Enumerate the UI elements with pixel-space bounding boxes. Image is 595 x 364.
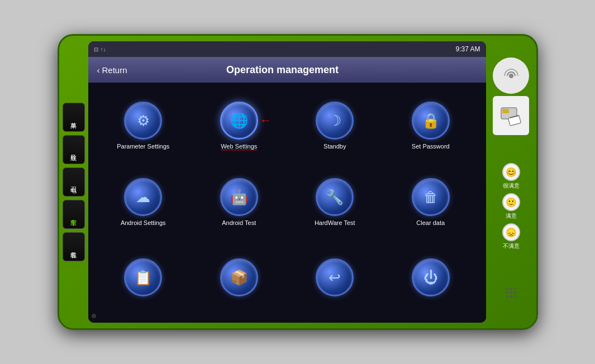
grid-item-android-test[interactable]: 🤖 Android Test	[193, 166, 285, 239]
set-password-label: Set Password	[412, 143, 450, 150]
satisfied-button[interactable]: 🙂 满意	[502, 193, 520, 220]
sim-icon: ⊡	[94, 46, 98, 52]
status-time: 9:37 AM	[455, 45, 480, 53]
empty-button[interactable]: 空车	[63, 200, 85, 229]
nav-button[interactable]: 导航	[63, 135, 85, 164]
card-reader	[493, 96, 529, 135]
web-settings-icon: 🌐 ←	[220, 102, 258, 140]
grid-item-clear-data[interactable]: 🗑 Clear data	[384, 166, 477, 239]
arrow-indicator: ←	[260, 113, 272, 128]
passenger-button[interactable]: 载客	[63, 232, 85, 261]
clear-data-label: Clear data	[416, 219, 445, 227]
unsatisfied-button[interactable]: 😞 不满意	[502, 223, 520, 250]
android-test-label: Android Test	[222, 219, 256, 227]
item9-icon: 📋	[124, 258, 162, 296]
item10-icon: 📦	[220, 258, 258, 296]
grid-item-hardware-test[interactable]: 🔧 HardWare Test	[289, 166, 382, 239]
grid-item-android-settings[interactable]: ☁ Android Settings	[97, 166, 190, 239]
return-label: Return	[102, 65, 127, 75]
page-title: Operation management	[139, 64, 427, 76]
very-satisfied-label: 很满意	[503, 182, 520, 190]
satisfied-face: 🙂	[502, 193, 520, 211]
svg-point-0	[509, 74, 513, 78]
grid-item-item9[interactable]: 📋	[97, 243, 190, 316]
device-body: 菜单 导航 电召 空车 载客 ⊡ ↑↓ 9:37 AM ‹ Return Ope	[58, 34, 538, 330]
grid-content: ⚙ Parameter Settings 🌐 ← Web Settings ☽ …	[88, 83, 486, 323]
parameter-settings-label: Parameter Settings	[117, 143, 169, 150]
screen: ⊡ ↑↓ 9:37 AM ‹ Return Operation manageme…	[88, 41, 486, 323]
status-bar: ⊡ ↑↓ 9:37 AM	[88, 41, 486, 57]
card-reader-icon	[499, 103, 523, 128]
web-settings-label: Web Settings	[221, 143, 257, 150]
call-button[interactable]: 电召	[63, 167, 85, 197]
android-test-icon: 🤖	[220, 178, 258, 216]
set-password-icon: 🔒	[412, 102, 450, 140]
left-panel: 菜单 导航 电召 空车 载客	[59, 36, 88, 328]
menu-button[interactable]: 菜单	[63, 103, 85, 132]
grid-item-item11[interactable]: ↩	[289, 243, 382, 316]
unsatisfied-face: 😞	[502, 223, 520, 241]
network-icon: ↑↓	[101, 46, 106, 52]
return-arrow-icon: ‹	[97, 65, 100, 75]
header: ‹ Return Operation management	[88, 57, 486, 83]
clear-data-icon: 🗑	[412, 178, 450, 216]
nfc-waves-icon	[497, 62, 525, 90]
android-settings-icon: ☁	[124, 178, 162, 216]
status-left: ⊡ ↑↓	[94, 46, 106, 52]
parameter-settings-icon: ⚙	[124, 102, 162, 140]
hardware-test-label: HardWare Test	[315, 219, 355, 227]
grid-item-item10[interactable]: 📦	[193, 243, 285, 316]
very-satisfied-button[interactable]: 😊 很满意	[502, 163, 520, 190]
android-settings-label: Android Settings	[121, 219, 166, 227]
standby-label: Standby	[323, 143, 346, 150]
nfc-area	[493, 58, 529, 94]
right-panel: 😊 很满意 🙂 满意 😞 不满意	[486, 36, 536, 328]
satisfied-label: 满意	[506, 212, 517, 220]
grid-item-standby[interactable]: ☽ Standby	[289, 89, 382, 162]
svg-rect-2	[502, 109, 509, 113]
standby-icon: ☽	[316, 102, 354, 140]
device-dot	[92, 314, 96, 318]
hardware-test-icon: 🔧	[316, 178, 354, 216]
item12-icon: ⏻	[412, 258, 450, 296]
grid-item-parameter-settings[interactable]: ⚙ Parameter Settings	[97, 89, 190, 162]
screen-wrapper: ⊡ ↑↓ 9:37 AM ‹ Return Operation manageme…	[88, 41, 486, 323]
very-satisfied-face: 😊	[502, 163, 520, 181]
grid-item-web-settings[interactable]: 🌐 ← Web Settings	[193, 89, 285, 162]
return-button[interactable]: ‹ Return	[97, 65, 127, 75]
speaker-area	[497, 279, 525, 306]
unsatisfied-label: 不满意	[503, 242, 520, 250]
grid-item-item12[interactable]: ⏻	[384, 243, 477, 316]
grid-item-set-password[interactable]: 🔒 Set Password	[384, 89, 477, 162]
item11-icon: ↩	[316, 258, 354, 296]
